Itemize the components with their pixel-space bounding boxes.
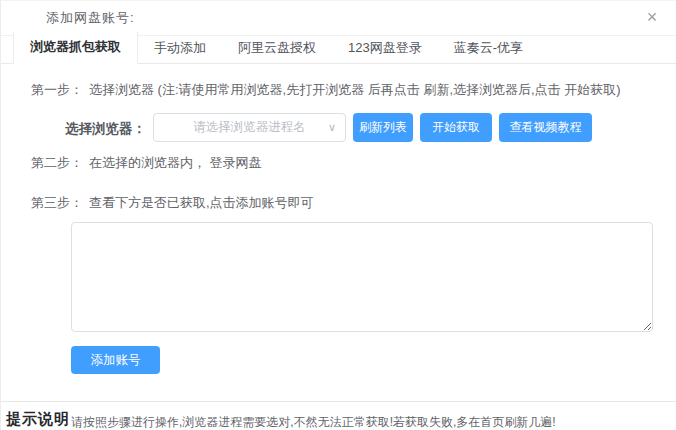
step3-text: 查看下方是否已获取,点击添加账号即可 bbox=[89, 195, 314, 210]
tab-manual-add[interactable]: 手动添加 bbox=[138, 33, 222, 64]
dialog-header: 添加网盘账号: × bbox=[1, 1, 676, 36]
close-icon[interactable]: × bbox=[640, 5, 664, 29]
chevron-down-icon: ∨ bbox=[328, 121, 336, 132]
tab-lanzou-premium[interactable]: 蓝奏云-优享 bbox=[438, 33, 539, 64]
step3-label: 第三步： bbox=[31, 195, 83, 210]
tab-aliyun-auth[interactable]: 阿里云盘授权 bbox=[222, 33, 332, 64]
tab-browser-capture[interactable]: 浏览器抓包获取 bbox=[13, 32, 138, 64]
select-placeholder: 请选择浏览器进程名 bbox=[193, 119, 306, 136]
footer-tip-text: 请按照步骤进行操作,浏览器进程需要选对,不然无法正常获取!若获取失败,多在首页刷… bbox=[71, 414, 556, 430]
tab-123pan-login[interactable]: 123网盘登录 bbox=[332, 33, 438, 64]
tab-bar: 浏览器抓包获取 手动添加 阿里云盘授权 123网盘登录 蓝奏云-优享 bbox=[1, 36, 676, 64]
footer-tip-title: 提示说明 bbox=[6, 410, 70, 429]
start-capture-button[interactable]: 开始获取 bbox=[420, 113, 492, 142]
step2-text: 在选择的浏览器内， 登录网盘 bbox=[89, 155, 262, 170]
add-account-button[interactable]: 添加账号 bbox=[71, 346, 160, 374]
refresh-list-button[interactable]: 刷新列表 bbox=[353, 113, 413, 142]
step2-label: 第二步： bbox=[31, 155, 83, 170]
step2-instruction: 第二步：在选择的浏览器内， 登录网盘 bbox=[31, 154, 262, 172]
browser-process-select[interactable]: 请选择浏览器进程名 ∨ bbox=[153, 113, 346, 142]
step1-label: 第一步： bbox=[31, 82, 83, 97]
add-netdisk-account-dialog: 添加网盘账号: × 浏览器抓包获取 手动添加 阿里云盘授权 123网盘登录 蓝奏… bbox=[0, 0, 676, 430]
footer-divider bbox=[1, 401, 676, 402]
browser-select-label: 选择浏览器： bbox=[65, 120, 146, 138]
step1-instruction: 第一步：选择浏览器 (注:请使用常用浏览器,先打开浏览器 后再点击 刷新,选择浏… bbox=[31, 81, 621, 99]
captured-account-textarea[interactable] bbox=[71, 222, 653, 332]
step1-text: 选择浏览器 (注:请使用常用浏览器,先打开浏览器 后再点击 刷新,选择浏览器后,… bbox=[89, 82, 621, 97]
view-video-tutorial-button[interactable]: 查看视频教程 bbox=[499, 113, 592, 142]
step3-instruction: 第三步：查看下方是否已获取,点击添加账号即可 bbox=[31, 194, 314, 212]
dialog-title: 添加网盘账号: bbox=[46, 9, 135, 27]
